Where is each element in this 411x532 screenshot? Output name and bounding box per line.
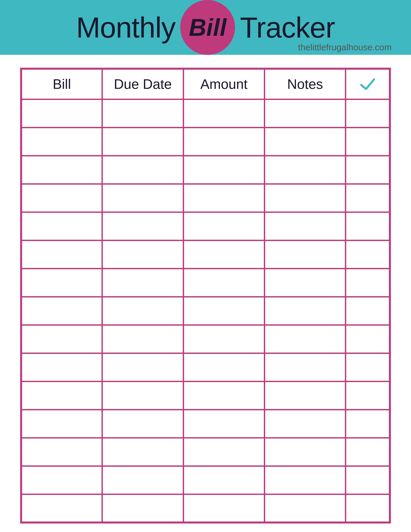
table-cell <box>21 381 102 410</box>
table-cell <box>21 353 102 381</box>
table-cell <box>21 269 102 297</box>
table-cell <box>102 353 183 381</box>
table-row <box>21 184 390 212</box>
table-cell <box>183 127 264 156</box>
table-cell <box>346 353 390 381</box>
table-cell <box>264 353 346 381</box>
title-container: Monthly Bill Tracker <box>76 0 335 55</box>
col-header-amount: Amount <box>183 69 264 99</box>
table-cell <box>102 494 183 522</box>
table-cell <box>21 410 102 438</box>
table-cell <box>183 297 264 325</box>
page: Monthly Bill Tracker thelittlefrugalhous… <box>0 0 411 532</box>
table-cell <box>102 212 183 240</box>
table-cell <box>264 184 346 212</box>
table-cell <box>346 466 390 494</box>
table-cell <box>183 438 264 466</box>
table-cell <box>21 466 102 494</box>
teal-banner: Monthly Bill Tracker thelittlefrugalhous… <box>0 0 411 55</box>
table-cell <box>21 99 102 127</box>
table-cell <box>346 269 390 297</box>
table-cell <box>183 240 264 269</box>
table-cell <box>21 438 102 466</box>
table-row <box>21 240 390 269</box>
table-cell <box>183 156 264 184</box>
table-cell <box>346 410 390 438</box>
table-cell <box>264 212 346 240</box>
table-cell <box>264 297 346 325</box>
table-cell <box>183 325 264 353</box>
col-header-bill: Bill <box>21 69 102 99</box>
table-body <box>21 99 390 522</box>
table-row <box>21 212 390 240</box>
tracker-table: Bill Due Date Amount Notes <box>20 68 391 523</box>
table-cell <box>264 410 346 438</box>
bill-circle: Bill <box>180 0 235 55</box>
table-cell <box>264 99 346 127</box>
table-row <box>21 297 390 325</box>
table-cell <box>102 438 183 466</box>
table-cell <box>346 297 390 325</box>
col-header-duedate: Due Date <box>102 69 183 99</box>
table-cell <box>102 381 183 410</box>
table-cell <box>21 494 102 522</box>
table-cell <box>102 240 183 269</box>
table-cell <box>264 325 346 353</box>
table-cell <box>102 156 183 184</box>
table-cell <box>183 269 264 297</box>
table-cell <box>346 156 390 184</box>
table-cell <box>102 297 183 325</box>
monthly-title: Monthly <box>76 11 175 44</box>
table-cell <box>102 325 183 353</box>
table-cell <box>264 494 346 522</box>
table-cell <box>183 410 264 438</box>
table-row <box>21 494 390 522</box>
table-cell <box>346 438 390 466</box>
table-cell <box>21 240 102 269</box>
table-cell <box>21 156 102 184</box>
table-cell <box>183 466 264 494</box>
table-cell <box>346 127 390 156</box>
table-cell <box>21 127 102 156</box>
table-cell <box>21 212 102 240</box>
table-cell <box>264 127 346 156</box>
table-cell <box>21 325 102 353</box>
table-row <box>21 127 390 156</box>
table-row <box>21 466 390 494</box>
table-cell <box>102 269 183 297</box>
table-cell <box>346 184 390 212</box>
table-cell <box>346 240 390 269</box>
table-header-row: Bill Due Date Amount Notes <box>21 69 390 99</box>
table-row <box>21 381 390 410</box>
table-cell <box>346 99 390 127</box>
table-cell <box>346 325 390 353</box>
table-cell <box>183 381 264 410</box>
tracker-title: Tracker <box>240 11 335 44</box>
table-cell <box>264 466 346 494</box>
header-section: Monthly Bill Tracker thelittlefrugalhous… <box>0 0 411 55</box>
table-cell <box>346 381 390 410</box>
col-header-check <box>346 69 390 99</box>
table-cell <box>102 466 183 494</box>
table-cell <box>102 184 183 212</box>
table-cell <box>264 156 346 184</box>
table-cell <box>21 184 102 212</box>
table-cell <box>183 99 264 127</box>
table-row <box>21 353 390 381</box>
table-cell <box>183 212 264 240</box>
table-cell <box>102 127 183 156</box>
bill-title: Bill <box>189 14 226 41</box>
table-cell <box>264 240 346 269</box>
table-cell <box>264 438 346 466</box>
table-cell <box>264 381 346 410</box>
table-cell <box>346 212 390 240</box>
checkmark-icon <box>360 76 376 92</box>
table-row <box>21 99 390 127</box>
table-row <box>21 438 390 466</box>
col-header-notes: Notes <box>264 69 346 99</box>
table-row <box>21 269 390 297</box>
table-cell <box>183 494 264 522</box>
table-cell <box>102 99 183 127</box>
table-row <box>21 410 390 438</box>
table-cell <box>102 410 183 438</box>
